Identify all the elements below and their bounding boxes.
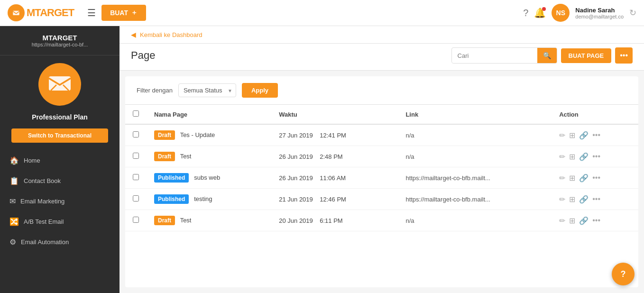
email-automation-icon: ⚙ [9, 238, 16, 247]
edit-icon[interactable]: ✏ [559, 152, 565, 161]
table-row: Draft Test 20 Jun 2019 6:11 PM n/a ✏ ⊞ 🔗… [125, 210, 638, 231]
link-icon[interactable]: 🔗 [579, 195, 589, 204]
row-waktu: 20 Jun 2019 6:11 PM [271, 210, 398, 231]
help-button[interactable]: ? [612, 263, 635, 285]
add-icon[interactable]: ⊞ [569, 152, 575, 161]
sidebar: MTARGET https://mailtarget-co-bf... Prof… [0, 26, 120, 293]
hamburger-icon[interactable]: ☰ [87, 7, 96, 18]
logo-text: MTARGET [27, 7, 74, 19]
table-row: Draft Tes - Update 27 Jun 2019 12:41 PM … [125, 124, 638, 146]
sidebar-nav: 🏠 Home 📋 Contact Book ✉ Email Marketing … [0, 150, 120, 293]
refresh-icon[interactable]: ↻ [629, 8, 636, 18]
filter-bar: Filter dengan Semua Status Draft Publish… [125, 76, 638, 105]
buat-button[interactable]: BUAT ＋ [101, 5, 146, 21]
logo-icon [8, 4, 25, 21]
contact-book-icon: 📋 [9, 176, 19, 185]
sidebar-item-email-marketing[interactable]: ✉ Email Marketing [0, 191, 120, 211]
row-checkbox[interactable] [133, 217, 139, 223]
row-name: Draft Tes - Update [147, 124, 271, 146]
switch-transactional-button[interactable]: Switch to Transactional [11, 128, 108, 143]
row-checkbox[interactable] [133, 131, 139, 137]
select-all-checkbox[interactable] [133, 110, 139, 117]
more-icon[interactable]: ••• [592, 152, 600, 161]
row-action: ✏ ⊞ 🔗 ••• [552, 210, 638, 231]
page-name: subs web [194, 174, 220, 181]
page-name: testing [194, 195, 212, 202]
ab-test-icon: 🔀 [9, 217, 19, 226]
row-checkbox[interactable] [133, 174, 139, 180]
table-row: Published testing 21 Jun 2019 12:46 PM h… [125, 189, 638, 210]
sidebar-item-home[interactable]: 🏠 Home [0, 150, 120, 171]
home-icon: 🏠 [9, 156, 19, 165]
row-action: ✏ ⊞ 🔗 ••• [552, 189, 638, 210]
status-badge: Draft [154, 216, 175, 225]
pages-table: Nama Page Waktu Link Action Draft Tes - … [125, 105, 638, 231]
sidebar-item-ab-test[interactable]: 🔀 A/B Test Email [0, 211, 120, 232]
edit-icon[interactable]: ✏ [559, 216, 565, 225]
buat-page-button[interactable]: BUAT PAGE [561, 48, 612, 63]
edit-icon[interactable]: ✏ [559, 195, 565, 204]
more-icon[interactable]: ••• [592, 131, 600, 139]
sidebar-item-label: Contact Book [24, 177, 61, 184]
add-icon[interactable]: ⊞ [569, 216, 575, 225]
more-options-button[interactable]: ••• [615, 47, 633, 64]
more-icon[interactable]: ••• [592, 195, 600, 203]
link-icon[interactable]: 🔗 [579, 131, 589, 140]
row-link: n/a [398, 210, 552, 231]
status-badge: Draft [154, 152, 175, 161]
more-icon[interactable]: ••• [592, 216, 600, 225]
filter-select[interactable]: Semua Status Draft Published [178, 83, 236, 97]
sidebar-item-label: A/B Test Email [24, 218, 64, 225]
notification-icon[interactable]: 🔔 [534, 7, 546, 18]
avatar[interactable]: NS [552, 4, 570, 22]
row-link: https://mailtarget-co-bfb.mailt... [398, 167, 552, 189]
more-icon[interactable]: ••• [592, 174, 600, 182]
logo: MTARGET [8, 4, 74, 21]
sidebar-item-label: Email Automation [21, 238, 69, 246]
edit-icon[interactable]: ✏ [559, 174, 565, 183]
col-action: Action [552, 105, 638, 124]
row-waktu: 27 Jun 2019 12:41 PM [271, 124, 398, 146]
page-name: Tes - Update [180, 131, 215, 138]
notif-dot [542, 7, 546, 11]
breadcrumb-icon: ◀ [131, 31, 136, 38]
table-row: Draft Test 26 Jun 2019 2:48 PM n/a ✏ ⊞ 🔗… [125, 146, 638, 167]
search-input[interactable] [452, 49, 537, 63]
edit-icon[interactable]: ✏ [559, 131, 565, 140]
sidebar-avatar-wrap [0, 55, 120, 110]
row-name: Published subs web [147, 167, 271, 189]
add-icon[interactable]: ⊞ [569, 131, 575, 140]
col-link: Link [398, 105, 552, 124]
row-name: Draft Test [147, 146, 271, 167]
row-checkbox[interactable] [133, 153, 139, 159]
breadcrumb[interactable]: Kembali ke Dashboard [140, 31, 202, 38]
sidebar-avatar [38, 63, 81, 106]
title-actions: 🔍 BUAT PAGE ••• [451, 47, 633, 64]
title-row: Page 🔍 BUAT PAGE ••• [120, 44, 644, 71]
user-info: Nadine Sarah demo@mailtarget.co [575, 7, 624, 19]
col-nama-page: Nama Page [147, 105, 271, 124]
link-icon[interactable]: 🔗 [579, 216, 589, 225]
link-icon[interactable]: 🔗 [579, 174, 589, 183]
status-badge: Published [154, 173, 189, 183]
topnav: MTARGET ☰ BUAT ＋ ? 🔔 NS Nadine Sarah dem… [0, 0, 644, 26]
main-content: ◀ Kembali ke Dashboard Page 🔍 BUAT PAGE … [120, 26, 644, 293]
sidebar-plan: Professional Plan [0, 110, 120, 125]
svg-rect-1 [13, 11, 19, 15]
add-icon[interactable]: ⊞ [569, 195, 575, 204]
sidebar-item-contact-book[interactable]: 📋 Contact Book [0, 171, 120, 191]
add-icon[interactable]: ⊞ [569, 174, 575, 183]
sidebar-item-email-automation[interactable]: ⚙ Email Automation [0, 232, 120, 252]
page-name: Test [180, 217, 192, 224]
sidebar-item-label: Home [24, 157, 40, 164]
apply-button[interactable]: Apply [242, 83, 278, 98]
help-icon[interactable]: ? [523, 8, 528, 18]
row-checkbox[interactable] [133, 195, 139, 201]
filter-select-wrap[interactable]: Semua Status Draft Published [178, 83, 236, 97]
link-icon[interactable]: 🔗 [579, 152, 589, 161]
search-button[interactable]: 🔍 [537, 48, 557, 63]
sidebar-brand-url: https://mailtarget-co-bf... [8, 42, 112, 47]
sidebar-brand: MTARGET https://mailtarget-co-bf... [0, 26, 120, 55]
table-wrap: Nama Page Waktu Link Action Draft Tes - … [125, 105, 638, 287]
row-waktu: 26 Jun 2019 11:06 AM [271, 167, 398, 189]
